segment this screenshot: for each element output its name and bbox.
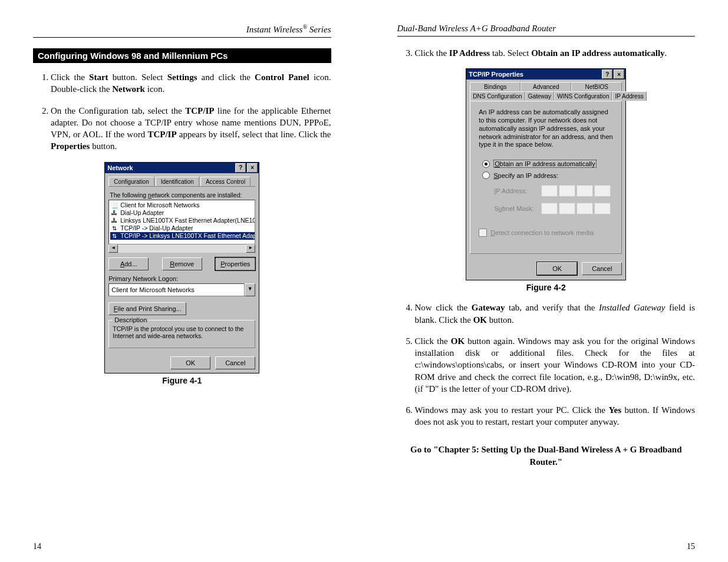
page-number-right: 15 (687, 542, 695, 551)
description-legend: Description (113, 316, 149, 323)
specify-ip-radio[interactable]: Specify an IP address: (482, 171, 613, 179)
ok-button[interactable]: OK (537, 262, 577, 275)
running-head-right: Dual-Band Wireless A+G Broadband Router (397, 24, 696, 37)
primary-logon-label: Primary Network Logon: (108, 275, 255, 282)
radio-icon (482, 171, 490, 179)
rh-series: Instant Wireless (246, 25, 303, 34)
close-button[interactable]: × (614, 70, 624, 79)
adapter-icon: 🖧 (110, 217, 118, 224)
step-6: Windows may ask you to restart your PC. … (415, 404, 696, 428)
description-group: Description TCP/IP is the protocol you u… (108, 320, 255, 348)
cancel-button[interactable]: Cancel (582, 262, 622, 275)
subnet-mask-input[interactable] (541, 203, 611, 214)
help-button[interactable]: ? (602, 70, 612, 79)
ip-address-label: IP Address: (494, 187, 535, 194)
ip-address-input[interactable] (541, 185, 611, 197)
running-head-left: Instant Wireless® Series (33, 24, 331, 38)
step-1: Click the Start button. Select Settings … (51, 71, 331, 95)
step-3: Click the IP Address tab. Select Obtain … (415, 47, 696, 59)
titlebar: Network ? × (105, 163, 259, 173)
primary-logon-combo[interactable]: Client for Microsoft Networks ▼ (108, 283, 255, 296)
rh-suffix: Series (307, 25, 331, 34)
tab-ip-address[interactable]: IP Address (612, 91, 646, 101)
checkbox-icon (479, 229, 487, 237)
protocol-icon: ⇅ (110, 232, 118, 239)
radio-icon (482, 160, 490, 168)
tabstrip: Bindings Advanced NetBIOS DNS Configurat… (470, 82, 622, 101)
horizontal-scrollbar[interactable]: ◄ ► (108, 244, 255, 253)
help-button[interactable]: ? (235, 163, 246, 173)
properties-button[interactable]: Properties (215, 257, 255, 270)
obtain-auto-radio[interactable]: Obtain an IP address automatically (482, 160, 613, 168)
tab-advanced[interactable]: Advanced (521, 82, 571, 91)
ip-address-row: IP Address: (494, 185, 613, 197)
figure-4-1-caption: Figure 4-1 (33, 376, 331, 385)
step-5: Click the OK button again. Windows may a… (415, 335, 696, 395)
components-listbox[interactable]: 📃Client for Microsoft Networks 🖧Dial-Up … (108, 200, 255, 244)
subnet-mask-row: Subnet Mask: (494, 203, 613, 214)
subnet-mask-label: Subnet Mask: (494, 205, 535, 212)
tab-dns-configuration[interactable]: DNS Configuration (470, 91, 525, 101)
tab-access-control[interactable]: Access Control (200, 177, 251, 186)
tcpip-properties-dialog: TCP/IP Properties ? × Bindings Advanced … (466, 68, 626, 280)
detect-connection-label: Detect connection to network media (490, 229, 594, 236)
step-4: Now click the Gateway tab, and verify th… (415, 302, 696, 326)
list-item[interactable]: ⇅TCP/IP -> Dial-Up Adapter (110, 224, 255, 232)
file-print-sharing-button[interactable]: File and Print Sharing... (108, 302, 186, 315)
right-steps-b: Now click the Gateway tab, and verify th… (397, 302, 696, 428)
obtain-auto-label: Obtain an IP address automatically (493, 160, 596, 168)
list-label: The following network components are ins… (110, 191, 255, 199)
description-text: TCP/IP is the protocol you use to connec… (113, 325, 251, 345)
primary-logon-value: Client for Microsoft Networks (108, 283, 245, 296)
registered-mark: ® (302, 24, 307, 30)
left-page: Instant Wireless® Series Configuring Win… (0, 0, 364, 562)
tabstrip: Configuration Identification Access Cont… (108, 177, 255, 187)
tab-gateway[interactable]: Gateway (525, 91, 554, 101)
remove-button[interactable]: Remove (162, 257, 202, 270)
list-item[interactable]: ⇅TCP/IP -> Linksys LNE100TX Fast Etherne… (110, 232, 255, 240)
goto-chapter-5: Go to "Chapter 5: Setting Up the Dual-Ba… (397, 444, 696, 468)
left-steps: Click the Start button. Select Settings … (33, 71, 331, 153)
cancel-button[interactable]: Cancel (215, 356, 255, 369)
ip-address-panel: An IP address can be automatically assig… (470, 101, 622, 254)
dropdown-icon[interactable]: ▼ (245, 283, 255, 296)
network-dialog: Network ? × Configuration Identification… (104, 162, 259, 373)
titlebar: TCP/IP Properties ? × (466, 69, 625, 80)
tab-wins-configuration[interactable]: WINS Configuration (554, 91, 612, 101)
page-number-left: 14 (33, 542, 41, 551)
ok-button[interactable]: OK (170, 356, 210, 369)
tab-configuration[interactable]: Configuration (108, 177, 154, 186)
tab-bindings[interactable]: Bindings (470, 82, 521, 91)
list-item[interactable]: 🖧Linksys LNE100TX Fast Ethernet Adapter(… (110, 217, 255, 224)
add-button[interactable]: Add... (108, 257, 149, 270)
right-steps-a: Click the IP Address tab. Select Obtain … (397, 47, 696, 59)
protocol-icon: ⇅ (110, 224, 118, 232)
section-heading: Configuring Windows 98 and Millennium PC… (33, 48, 331, 63)
step-2: On the Configuration tab, select the TCP… (51, 105, 331, 153)
scroll-right-icon[interactable]: ► (246, 244, 255, 253)
figure-4-2-caption: Figure 4-2 (397, 283, 696, 292)
tab-netbios[interactable]: NetBIOS (571, 82, 622, 91)
detect-connection-checkbox[interactable]: Detect connection to network media (479, 229, 613, 237)
panel-info-text: An IP address can be automatically assig… (479, 108, 613, 149)
scroll-left-icon[interactable]: ◄ (108, 244, 118, 253)
close-button[interactable]: × (247, 163, 258, 173)
list-item[interactable]: 📃Client for Microsoft Networks (110, 201, 255, 209)
dialog-title: Network (107, 164, 133, 171)
tab-identification[interactable]: Identification (156, 177, 199, 186)
specify-ip-label: Specify an IP address: (493, 172, 558, 179)
client-icon: 📃 (110, 201, 118, 209)
adapter-icon: 🖧 (110, 209, 118, 216)
right-page: Dual-Band Wireless A+G Broadband Router … (364, 0, 729, 562)
list-item[interactable]: 🖧Dial-Up Adapter (110, 209, 255, 217)
dialog-title: TCP/IP Properties (469, 71, 523, 78)
